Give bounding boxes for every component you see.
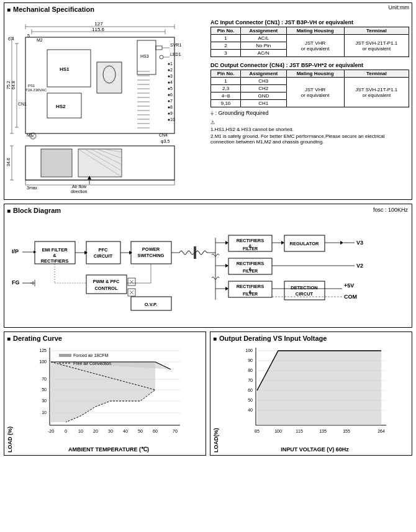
pin-1: 1 — [211, 35, 241, 42]
svg-rect-78 — [41, 149, 72, 177]
svg-text:FILTER: FILTER — [243, 246, 258, 251]
svg-text:6.4: 6.4 — [8, 37, 14, 41]
unit-label: Unit:mm — [389, 4, 410, 11]
svg-text:-20: -20 — [48, 429, 54, 433]
svg-text:264: 264 — [378, 429, 385, 433]
pin-2: 2 — [211, 42, 241, 50]
svg-text:SVR1: SVR1 — [170, 43, 181, 47]
svg-text:1: 1 — [170, 61, 173, 66]
svg-text:CIRCUT: CIRCUT — [296, 291, 314, 297]
svg-text:127: 127 — [94, 21, 103, 27]
svg-text:10: 10 — [78, 429, 83, 433]
col-pinno2: Pin No. — [211, 70, 241, 78]
derating-section: Derating Curve LOAD (%) 125 100 70 — [4, 331, 206, 456]
assign-gnd: GND — [241, 92, 286, 100]
derating-title: Derating Curve — [7, 335, 203, 342]
svg-text:90: 90 — [248, 358, 253, 363]
table-row: 1 AC/L JST VHRor equivalent JST SVH-21T-… — [211, 35, 409, 42]
svg-text:125: 125 — [39, 348, 47, 353]
col-terminal2: Terminal — [344, 70, 409, 78]
svg-text:CN4: CN4 — [159, 133, 168, 137]
svg-text:30: 30 — [108, 429, 113, 433]
bottom-row: Derating Curve LOAD (%) 125 100 70 — [4, 331, 412, 456]
svg-text:2: 2 — [170, 68, 173, 72]
svg-point-36 — [168, 70, 170, 71]
derating-ylabel: LOAD (%) — [7, 345, 13, 453]
svg-text:&: & — [53, 253, 57, 258]
svg-point-38 — [168, 82, 170, 84]
note-2: 2.M1 is safety ground. For better EMC pe… — [210, 133, 409, 145]
svg-text:RECTIFIERS: RECTIFIERS — [237, 238, 265, 243]
svg-text:155: 155 — [343, 429, 350, 433]
svg-text:70: 70 — [173, 429, 178, 433]
mating-vhr: JST VHRor equivalent — [286, 35, 344, 57]
col-mating: Mating Housing — [286, 27, 344, 35]
svg-marker-222 — [257, 351, 381, 425]
svg-text:FILTER: FILTER — [243, 292, 258, 296]
svg-text:20: 20 — [93, 429, 98, 433]
svg-marker-195 — [51, 362, 155, 422]
svg-text:CIRCUIT: CIRCUIT — [94, 253, 113, 259]
svg-text:85: 85 — [255, 429, 260, 433]
assign-ch2: CH2 — [241, 85, 286, 92]
pin-dc910: 9,10 — [211, 100, 241, 107]
svg-rect-90 — [25, 180, 174, 185]
svg-point-39 — [168, 88, 170, 90]
table-row: 1 CH3 JST VHRor equivalent JST SVH-21T-P… — [211, 78, 409, 85]
pin-3: 3 — [211, 50, 241, 57]
col-assign2: Assignment — [241, 70, 286, 78]
assign-ch3: CH3 — [241, 78, 286, 85]
block-diagram-svg: I/P FG EMI FILTER & RECTIFIERS PFC CIRCU… — [7, 219, 410, 318]
output-derating-title: Output Derating VS Input Voltage — [213, 335, 409, 342]
svg-marker-132 — [225, 264, 228, 268]
svg-text:RECTIFIERS: RECTIFIERS — [237, 261, 265, 266]
svg-text:3: 3 — [170, 74, 173, 78]
svg-text:8: 8 — [170, 105, 173, 109]
svg-text:T2A 230VAC: T2A 230VAC — [25, 88, 47, 92]
svg-point-42 — [168, 107, 170, 109]
pin-dc1: 1 — [211, 78, 241, 85]
svg-text:3max: 3max — [27, 186, 38, 190]
svg-text:50: 50 — [138, 429, 143, 433]
terminal-svh2: JST SVH-21T-P1.1or equivalent — [344, 78, 409, 107]
dc-connector-title: DC Output Connector (CN4) : JST B5P-VH*2… — [210, 62, 409, 68]
svg-text:RECTIFIERS: RECTIFIERS — [237, 284, 265, 289]
svg-text:POWER: POWER — [142, 246, 160, 252]
svg-text:COM: COM — [344, 294, 357, 300]
svg-text:I/P: I/P — [12, 248, 19, 255]
mechanical-section: Mechanical Specification Unit:mm 127 115… — [4, 2, 412, 200]
svg-text:34.6: 34.6 — [7, 158, 11, 166]
col-terminal: Terminal — [344, 27, 409, 35]
svg-point-40 — [168, 94, 170, 96]
svg-text:115: 115 — [296, 429, 303, 433]
svg-text:EMI FILTER: EMI FILTER — [42, 247, 68, 253]
svg-rect-17 — [97, 62, 122, 93]
svg-text:PWM & PFC: PWM & PFC — [93, 279, 120, 284]
svg-text:4: 4 — [170, 80, 173, 84]
svg-text:115.6: 115.6 — [92, 27, 105, 32]
svg-text:5: 5 — [170, 86, 173, 91]
svg-text:M2: M2 — [37, 38, 43, 42]
svg-text:30: 30 — [42, 399, 47, 403]
svg-text:RECTIFIERS: RECTIFIERS — [41, 258, 69, 264]
svg-text:FILTER: FILTER — [243, 269, 258, 273]
drawing-svg: 127 115.6 5 M2 HS1 — [7, 16, 206, 196]
note-1: 1.HS1,HS2 & HS3 cannot be shorted. — [210, 127, 409, 132]
svg-text:7: 7 — [170, 99, 173, 103]
svg-marker-128 — [340, 241, 343, 245]
svg-text:PS1: PS1 — [28, 84, 35, 88]
dc-connector-table: Pin No. Assignment Mating Housing Termin… — [210, 70, 409, 107]
svg-text:V3: V3 — [356, 240, 363, 246]
svg-text:direction: direction — [71, 189, 88, 194]
svg-text:100: 100 — [274, 429, 282, 433]
svg-text:HS1: HS1 — [60, 66, 70, 72]
svg-text:40: 40 — [248, 408, 253, 412]
svg-text:50: 50 — [248, 398, 253, 402]
page: Mechanical Specification Unit:mm 127 115… — [0, 0, 416, 458]
svg-text:CN1: CN1 — [18, 102, 27, 106]
svg-text:Free air Convection: Free air Convection — [73, 361, 111, 366]
svg-text:DETECTION: DETECTION — [291, 285, 317, 291]
svg-point-43 — [168, 113, 170, 115]
svg-rect-104 — [86, 241, 120, 264]
svg-text:HS2: HS2 — [56, 104, 66, 109]
